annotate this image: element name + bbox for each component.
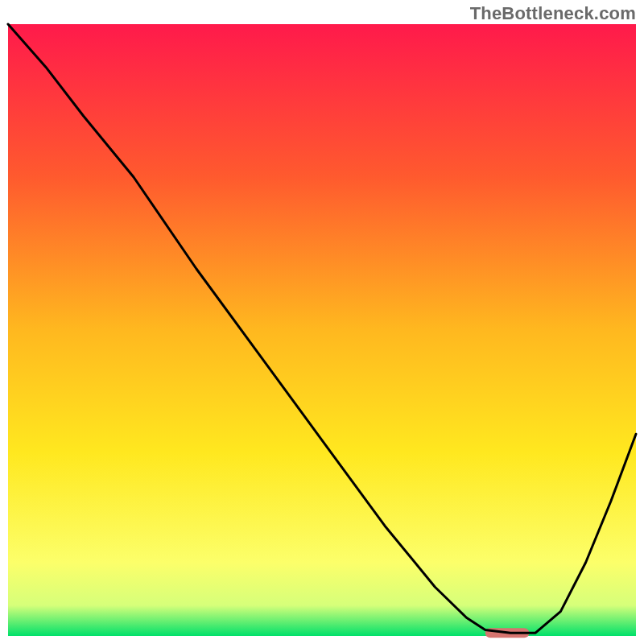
chart-svg [0,0,644,644]
plot-background [8,24,636,636]
watermark-text: TheBottleneck.com [470,3,636,24]
bottleneck-chart: TheBottleneck.com [0,0,644,644]
